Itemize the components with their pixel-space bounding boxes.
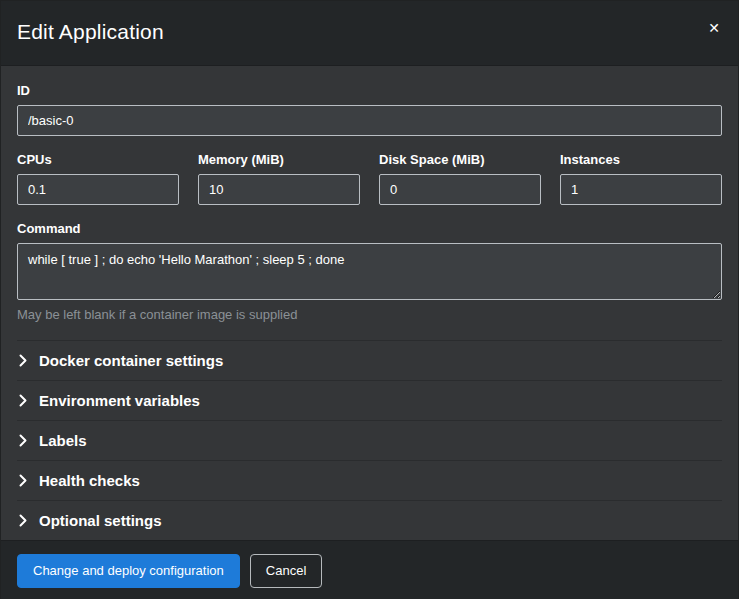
memory-label: Memory (MiB) (198, 152, 360, 167)
section-environment-variables[interactable]: Environment variables (17, 380, 722, 420)
id-label: ID (17, 83, 722, 98)
cpus-input[interactable] (17, 174, 179, 205)
disk-space-input[interactable] (379, 174, 541, 205)
change-and-deploy-button[interactable]: Change and deploy configuration (17, 554, 240, 588)
command-field-group: Command while [ true ] ; do echo 'Hello … (17, 221, 722, 322)
memory-input[interactable] (198, 174, 360, 205)
section-optional-settings[interactable]: Optional settings (17, 500, 722, 540)
chevron-right-icon (19, 354, 27, 367)
cancel-button[interactable]: Cancel (250, 554, 322, 588)
chevron-right-icon (19, 514, 27, 527)
disk-space-field-group: Disk Space (MiB) (379, 152, 541, 205)
instances-input[interactable] (560, 174, 722, 205)
section-health-checks[interactable]: Health checks (17, 460, 722, 500)
section-docker-container-settings[interactable]: Docker container settings (17, 340, 722, 380)
chevron-right-icon (19, 394, 27, 407)
command-label: Command (17, 221, 722, 236)
instances-field-group: Instances (560, 152, 722, 205)
modal-header: Edit Application ✕ (1, 1, 738, 66)
collapsible-sections: Docker container settings Environment va… (17, 340, 722, 540)
memory-field-group: Memory (MiB) (198, 152, 360, 205)
command-help-text: May be left blank if a container image i… (17, 307, 722, 322)
command-textarea[interactable]: while [ true ] ; do echo 'Hello Marathon… (17, 243, 722, 300)
id-input[interactable] (17, 105, 722, 136)
id-field-group: ID (17, 83, 722, 136)
modal-title: Edit Application (17, 20, 722, 44)
instances-label: Instances (560, 152, 722, 167)
section-label: Docker container settings (39, 352, 223, 369)
section-label: Health checks (39, 472, 140, 489)
close-icon[interactable]: ✕ (704, 17, 724, 39)
chevron-right-icon (19, 434, 27, 447)
section-label: Optional settings (39, 512, 162, 529)
edit-application-modal: Edit Application ✕ ID CPUs Memory (MiB) … (0, 0, 739, 599)
chevron-right-icon (19, 474, 27, 487)
disk-space-label: Disk Space (MiB) (379, 152, 541, 167)
cpus-label: CPUs (17, 152, 179, 167)
cpus-field-group: CPUs (17, 152, 179, 205)
section-label: Labels (39, 432, 87, 449)
modal-body: ID CPUs Memory (MiB) Disk Space (MiB) In… (1, 66, 738, 540)
section-labels[interactable]: Labels (17, 420, 722, 460)
modal-footer: Change and deploy configuration Cancel (1, 540, 738, 599)
section-label: Environment variables (39, 392, 200, 409)
resources-row: CPUs Memory (MiB) Disk Space (MiB) Insta… (17, 152, 722, 205)
